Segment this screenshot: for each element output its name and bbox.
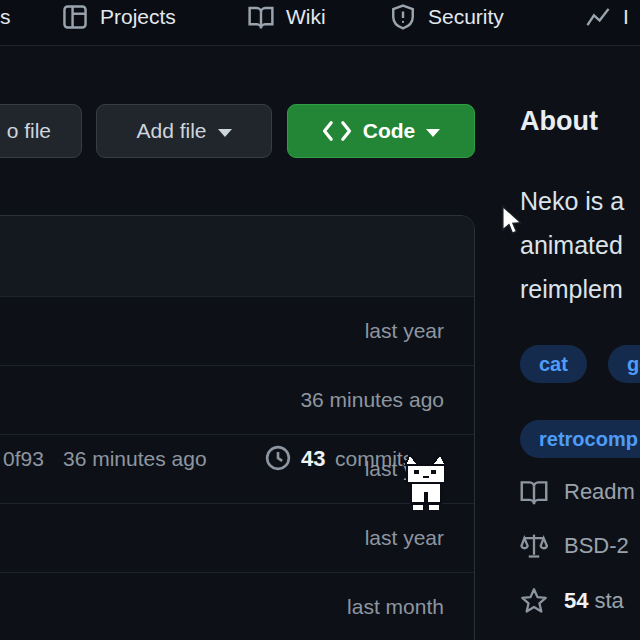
commits-label[interactable]: commits <box>335 445 413 472</box>
file-row[interactable]: last year <box>0 296 474 365</box>
add-file-button[interactable]: Add file <box>96 104 272 158</box>
law-scales-icon <box>520 532 548 560</box>
star-icon <box>520 587 548 615</box>
book-icon <box>520 478 548 506</box>
stars-link[interactable]: 54sta <box>520 587 624 615</box>
code-chevrons-icon <box>322 119 352 143</box>
tab-label: Projects <box>100 5 176 29</box>
topic-tag-cat[interactable]: cat <box>520 345 587 383</box>
file-row-time: 36 minutes ago <box>300 388 444 412</box>
repo-description-line: animated <box>520 230 623 260</box>
graph-icon <box>585 4 611 30</box>
commit-time: 36 minutes ago <box>63 445 207 472</box>
repo-tab-nav: s Projects Wiki Security <box>0 0 640 46</box>
mouse-pointer <box>501 205 525 237</box>
tab-projects[interactable]: Projects <box>62 2 176 32</box>
chevron-down-icon <box>218 129 232 137</box>
stars-label: sta <box>594 588 623 613</box>
tab-actions-partial[interactable]: s <box>0 2 11 32</box>
file-row[interactable]: 36 minutes ago <box>0 365 474 434</box>
tab-security[interactable]: Security <box>390 2 504 32</box>
commit-hash[interactable]: 0f93 <box>3 445 44 472</box>
readme-link[interactable]: Readm <box>520 478 635 506</box>
goto-file-label: o file <box>7 119 51 143</box>
repo-description-line: reimplem <box>520 274 623 304</box>
readme-label: Readm <box>564 479 635 505</box>
goto-file-button[interactable]: o file <box>0 104 82 158</box>
table-icon <box>62 4 88 30</box>
topic-tag-go[interactable]: go <box>608 345 640 383</box>
book-icon <box>248 4 274 30</box>
file-row-time: last year <box>365 319 444 343</box>
repo-description-line: Neko is a <box>520 186 624 216</box>
stars-count: 54 <box>564 588 588 613</box>
file-row[interactable]: last year <box>0 503 474 572</box>
tab-label: I <box>623 5 629 29</box>
file-row[interactable]: last month <box>0 572 474 640</box>
chevron-down-icon <box>426 129 440 137</box>
history-clock-icon <box>264 444 292 472</box>
tab-label: Wiki <box>286 5 326 29</box>
topic-tag-retrocomputing[interactable]: retrocomp <box>520 420 640 458</box>
github-repo-page: s Projects Wiki Security <box>0 0 640 640</box>
tab-label: s <box>0 5 11 29</box>
tab-wiki[interactable]: Wiki <box>248 2 326 32</box>
file-row-time: last year <box>365 526 444 550</box>
file-row-time: last month <box>347 595 444 619</box>
about-heading: About <box>520 106 598 137</box>
tab-insights-partial[interactable]: I <box>585 2 629 32</box>
license-link[interactable]: BSD-2 <box>520 532 629 560</box>
shield-icon <box>390 4 416 30</box>
code-label: Code <box>363 119 416 143</box>
add-file-label: Add file <box>136 119 206 143</box>
latest-commit-bar: 0f93 36 minutes ago 43 commits <box>0 216 474 296</box>
tab-label: Security <box>428 5 504 29</box>
file-list-box: 0f93 36 minutes ago 43 commits last year… <box>0 215 475 640</box>
neko-cat-sprite <box>404 452 448 510</box>
code-button[interactable]: Code <box>287 104 475 158</box>
license-label: BSD-2 <box>564 533 629 559</box>
commit-count[interactable]: 43 <box>301 445 325 472</box>
